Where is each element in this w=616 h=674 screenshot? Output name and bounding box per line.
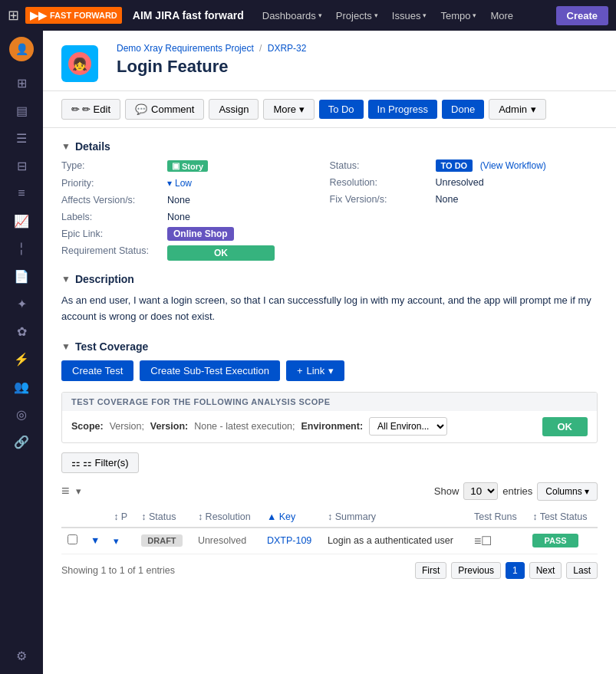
- sidebar-icon-settings[interactable]: ⚙: [8, 643, 35, 668]
- analysis-scope-header: TEST COVERAGE FOR THE FOLLOWING ANALYSIS…: [62, 393, 597, 411]
- th-test-status[interactable]: ↕ Test Status: [526, 507, 598, 528]
- th-status[interactable]: ↕ Status: [135, 507, 192, 528]
- sidebar: 👤 ⊞ ▤ ☰ ⊟ ≡ 📈 ╎ 📄 ✦ ✿ ⚡ 👥 ◎ 🔗 ⚙: [0, 31, 43, 674]
- description-section-header[interactable]: ▼ Description: [61, 273, 598, 285]
- nav-more[interactable]: More: [484, 7, 519, 25]
- app-title: AIM JIRA fast forward: [133, 9, 244, 21]
- content-area: ▼ Details Type: ▣ Story: [43, 128, 616, 591]
- breadcrumb-issue[interactable]: DXRP-32: [268, 43, 307, 54]
- view-workflow-link[interactable]: (View Workflow): [480, 160, 546, 171]
- action-bar: ✏ ✏ Edit 💬 Comment Assign More ▾ To Do I…: [43, 91, 616, 128]
- test-coverage-section-header[interactable]: ▼ Test Coverage: [61, 340, 598, 353]
- epic-badge[interactable]: Online Shop: [167, 227, 234, 241]
- sidebar-icon-people[interactable]: 👥: [8, 374, 35, 399]
- req-label: Requirement Status:: [61, 245, 161, 256]
- details-right: Status: TO DO (View Workflow) Resolution…: [330, 160, 598, 261]
- current-page-button[interactable]: 1: [506, 562, 525, 579]
- table-header-row: ↕ P ↕ Status ↕ Resolution ▲ Key ↕ Summar…: [61, 507, 598, 528]
- create-sub-test-button[interactable]: Create Sub-Test Execution: [140, 360, 280, 381]
- th-checkbox: [61, 507, 84, 528]
- link-button[interactable]: + Link ▾: [286, 360, 344, 381]
- first-page-button[interactable]: First: [415, 562, 446, 579]
- avatar-icon: 👧: [68, 52, 91, 75]
- details-grid: Type: ▣ Story Priority: ▾ Low: [61, 160, 598, 261]
- sidebar-icon-lightning[interactable]: ⚡: [8, 347, 35, 371]
- admin-button[interactable]: Admin ▾: [489, 99, 546, 120]
- entries-select[interactable]: 10 25 50: [463, 482, 498, 500]
- sidebar-icon-board[interactable]: ▤: [8, 98, 35, 123]
- assign-button[interactable]: Assign: [209, 99, 259, 120]
- resolution-label: Resolution:: [330, 177, 430, 188]
- more-button[interactable]: More ▾: [263, 99, 314, 120]
- details-section-header[interactable]: ▼ Details: [61, 140, 598, 153]
- previous-page-button[interactable]: Previous: [451, 562, 501, 579]
- test-coverage-section-label: Test Coverage: [75, 340, 148, 353]
- affects-label: Affects Version/s:: [61, 195, 161, 205]
- table-body: ▼ ▾ DRAFT Unresolved DXTP-109 Login as a…: [61, 528, 598, 554]
- th-priority[interactable]: ↕ P: [107, 507, 135, 528]
- test-runs-icon[interactable]: ≡☐: [474, 534, 492, 547]
- sidebar-icon-grid[interactable]: ⊟: [8, 153, 35, 178]
- create-button[interactable]: Create: [556, 6, 608, 25]
- row-resolution-cell: Unresolved: [192, 528, 261, 554]
- version-value: None - latest execution;: [194, 421, 295, 432]
- detail-req-status: Requirement Status: OK: [61, 245, 330, 261]
- row-expander-icon[interactable]: ▼: [91, 535, 100, 546]
- sidebar-icon-layers[interactable]: ≡: [8, 181, 35, 205]
- th-resolution[interactable]: ↕ Resolution: [192, 507, 261, 528]
- sidebar-icon-home[interactable]: ⊞: [8, 71, 35, 95]
- th-expander: [84, 507, 107, 528]
- todo-button[interactable]: To Do: [319, 100, 364, 119]
- row-checkbox[interactable]: [68, 534, 77, 544]
- edit-icon: ✏: [71, 104, 80, 115]
- sidebar-icon-circle[interactable]: ◎: [8, 402, 35, 426]
- sidebar-icon-list[interactable]: ☰: [8, 126, 35, 150]
- sidebar-icon-bars[interactable]: ╎: [8, 236, 35, 261]
- details-toggle-icon: ▼: [61, 141, 71, 152]
- nav-projects[interactable]: Projects ▾: [330, 7, 384, 25]
- table-dropdown-icon[interactable]: ▾: [76, 485, 81, 497]
- env-dropdown[interactable]: All Environ...: [369, 417, 447, 436]
- coverage-table: ↕ P ↕ Status ↕ Resolution ▲ Key ↕ Summar…: [61, 507, 598, 554]
- nav-items: Dashboards ▾ Projects ▾ Issues ▾ Tempo ▾…: [256, 7, 519, 25]
- sidebar-icon-puzzle[interactable]: ✦: [8, 291, 35, 316]
- in-progress-button[interactable]: In Progress: [368, 100, 437, 119]
- show-label: Show: [434, 485, 460, 497]
- main-content: 👧 Demo Xray Requirements Project / DXRP-…: [43, 31, 616, 674]
- filter-icon: ⚏: [71, 457, 81, 469]
- detail-resolution: Resolution: Unresolved: [330, 177, 598, 188]
- done-button[interactable]: Done: [442, 100, 484, 119]
- grid-menu-icon[interactable]: ⊞: [8, 7, 19, 24]
- plus-icon: +: [297, 365, 303, 376]
- logo-arrow: ▶▶: [30, 9, 47, 21]
- logo: ▶▶ FAST FORWARD: [25, 7, 122, 24]
- draft-badge: DRAFT: [141, 534, 182, 547]
- detail-labels: Labels: None: [61, 212, 330, 222]
- next-page-button[interactable]: Next: [529, 562, 562, 579]
- sidebar-icon-chart[interactable]: 📈: [8, 209, 35, 233]
- type-label: Type:: [61, 160, 161, 171]
- sidebar-icon-link[interactable]: 🔗: [8, 429, 35, 454]
- th-key[interactable]: ▲ Key: [261, 507, 321, 528]
- pagination-info: Showing 1 to 1 of 1 entries: [61, 565, 175, 576]
- create-test-button[interactable]: Create Test: [61, 360, 133, 381]
- comment-icon: 💬: [135, 104, 147, 115]
- breadcrumb-project[interactable]: Demo Xray Requirements Project: [117, 43, 254, 54]
- key-link[interactable]: DXTP-109: [267, 535, 311, 546]
- sidebar-icon-doc[interactable]: 📄: [8, 264, 35, 288]
- page-header: 👧 Demo Xray Requirements Project / DXRP-…: [43, 31, 616, 91]
- table-icon[interactable]: ≡: [61, 483, 70, 499]
- comment-button[interactable]: 💬 Comment: [125, 99, 204, 120]
- sidebar-icon-network[interactable]: ✿: [8, 319, 35, 344]
- avatar[interactable]: 👤: [9, 37, 34, 61]
- nav-dashboards[interactable]: Dashboards ▾: [256, 7, 328, 25]
- last-page-button[interactable]: Last: [566, 562, 598, 579]
- scope-ok-button[interactable]: OK: [542, 417, 588, 436]
- th-summary[interactable]: ↕ Summary: [321, 507, 468, 528]
- columns-button[interactable]: Columns ▾: [537, 482, 598, 501]
- nav-issues[interactable]: Issues ▾: [386, 7, 433, 25]
- nav-tempo[interactable]: Tempo ▾: [434, 7, 483, 25]
- filter-button[interactable]: ⚏ ⚏ Filter(s): [61, 452, 139, 473]
- edit-button[interactable]: ✏ ✏ Edit: [61, 99, 120, 120]
- row-test-status-cell: PASS: [526, 528, 598, 554]
